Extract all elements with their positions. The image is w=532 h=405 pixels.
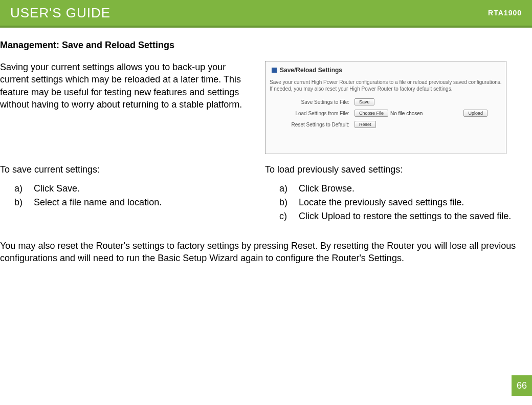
screenshot-title-row: Save/Reload Settings [268,67,504,74]
item-marker: a) [279,182,299,195]
reset-button[interactable]: Reset [354,121,376,128]
header-model: RTA1900 [488,9,522,17]
file-chosen-text: No file chosen [390,111,423,116]
list-item: a) Click Browse. [279,182,521,195]
header-bar: USER'S GUIDE RTA1900 [0,0,532,28]
content-area: Management: Save and Reload Settings Sav… [0,28,532,264]
save-heading: To save current settings: [0,164,255,175]
reset-row: Reset Settings to Default: Reset [268,121,504,128]
load-row: Load Settings from File: Choose File No … [268,110,504,117]
closing-paragraph: You may also reset the Router's settings… [0,240,532,265]
load-heading: To load previously saved settings: [265,164,521,175]
title-bullet-icon [272,68,277,73]
section-title: Management: Save and Reload Settings [0,40,532,51]
intro-paragraph: Saving your current settings allows you … [0,61,255,154]
item-text: Select a file name and location. [34,196,255,209]
save-instructions-column: To save current settings: a) Click Save.… [0,164,255,224]
item-marker: c) [279,210,299,223]
load-steps-list: a) Click Browse. b) Locate the previousl… [265,182,521,223]
list-item: c) Click Upload to restore the settings … [279,210,521,223]
save-label: Save Settings to File: [288,99,354,105]
save-row: Save Settings to File: Save [268,98,504,105]
header-title: USER'S GUIDE [10,5,110,21]
screenshot-title: Save/Reload Settings [280,67,342,74]
upload-button[interactable]: Upload [463,110,487,117]
item-text: Click Upload to restore the settings to … [299,210,521,223]
load-label: Load Settings from File: [288,111,354,116]
screenshot-description: Save your current High Power Router conf… [268,79,504,98]
list-item: b) Select a file name and location. [14,196,255,209]
save-button[interactable]: Save [354,98,374,105]
reset-label: Reset Settings to Default: [288,122,354,127]
top-row: Saving your current settings allows you … [0,61,532,154]
item-marker: a) [14,182,34,195]
choose-file-button[interactable]: Choose File [354,110,388,117]
save-steps-list: a) Click Save. b) Select a file name and… [0,182,255,209]
item-text: Click Browse. [299,182,521,195]
item-marker: b) [279,196,299,209]
item-text: Locate the previously saved settings fil… [299,196,521,209]
load-instructions-column: To load previously saved settings: a) Cl… [265,164,521,224]
item-text: Click Save. [34,182,255,195]
instructions-row: To save current settings: a) Click Save.… [0,164,532,224]
item-marker: b) [14,196,34,209]
page-number: 66 [512,375,532,396]
list-item: a) Click Save. [14,182,255,195]
list-item: b) Locate the previously saved settings … [279,196,521,209]
settings-screenshot: Save/Reload Settings Save your current H… [265,61,506,154]
